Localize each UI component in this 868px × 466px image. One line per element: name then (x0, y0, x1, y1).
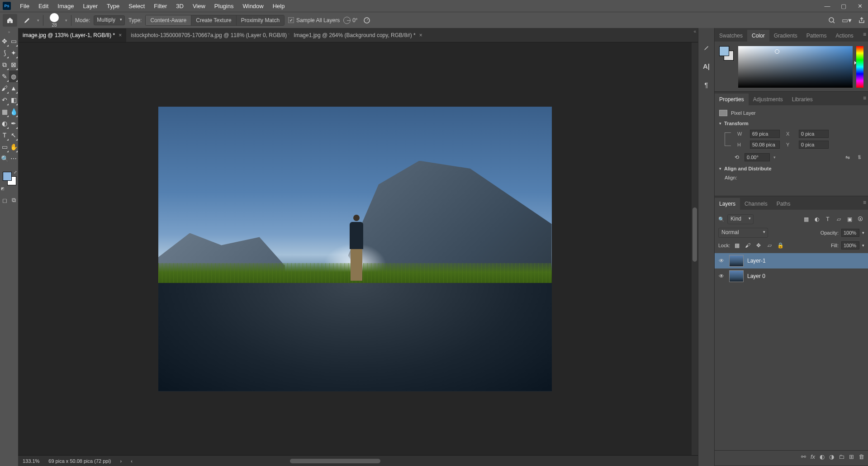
menu-3d[interactable]: 3D (171, 1, 188, 11)
filter-smart-icon[interactable]: ▣ (845, 215, 854, 223)
share-button[interactable] (858, 17, 865, 24)
toolbar-collapse[interactable]: » (0, 30, 18, 35)
menu-layer[interactable]: Layer (79, 1, 103, 11)
link-layers-icon[interactable]: ⚯ (801, 453, 806, 460)
quick-mask-button[interactable]: ◻ (0, 194, 9, 206)
close-button[interactable]: ✕ (852, 0, 868, 12)
flip-vertical-icon[interactable]: ⥮ (855, 154, 863, 161)
fill-input[interactable] (841, 241, 859, 249)
frame-tool[interactable]: ⊠ (9, 59, 18, 71)
height-input[interactable] (750, 141, 780, 149)
props-tab-libraries[interactable]: Libraries (787, 94, 817, 105)
align-section-toggle[interactable]: ▾ Align and Distribute (719, 166, 863, 171)
workspace-button[interactable]: ▭▾ (842, 16, 852, 24)
status-arrow-right[interactable]: › (120, 458, 122, 464)
menu-view[interactable]: View (188, 1, 210, 11)
document-tab-1[interactable]: istockphoto-1350008705-170667a.jpg @ 118… (126, 28, 289, 42)
lock-artboard-icon[interactable]: ▱ (765, 241, 773, 249)
props-tab-adjustments[interactable]: Adjustments (749, 94, 787, 105)
menu-plugins[interactable]: Plugins (210, 1, 238, 11)
edit-toolbar[interactable]: ⋯ (9, 153, 18, 165)
close-tab-icon[interactable]: × (119, 32, 122, 38)
color-picker[interactable] (738, 46, 853, 88)
scrollbar-thumb[interactable] (693, 207, 697, 262)
filter-type-icon[interactable]: T (824, 215, 832, 223)
pressure-button[interactable] (361, 15, 372, 26)
filter-shape-icon[interactable]: ▱ (835, 215, 843, 223)
layers-tab-layers[interactable]: Layers (715, 198, 740, 210)
home-button[interactable] (3, 14, 17, 27)
maximize-button[interactable]: ▢ (835, 0, 852, 12)
x-input[interactable] (799, 130, 829, 138)
lock-position-icon[interactable]: ✥ (754, 241, 763, 249)
menu-edit[interactable]: Edit (34, 1, 53, 11)
menu-help[interactable]: Help (268, 1, 289, 11)
flip-horizontal-icon[interactable]: ⇋ (844, 154, 852, 161)
zoom-level[interactable]: 133.1% (23, 458, 39, 464)
artboard-tool[interactable]: ▭ (9, 35, 18, 47)
fill-dropdown[interactable]: ▾ (862, 243, 864, 248)
menu-select[interactable]: Select (124, 1, 149, 11)
minimize-button[interactable]: — (819, 0, 835, 12)
layer-thumbnail[interactable] (729, 255, 744, 267)
healing-brush-tool[interactable]: ◍ (9, 71, 18, 82)
path-select-tool[interactable]: ↖ (9, 129, 18, 141)
panel-menu-icon[interactable]: ≡ (863, 95, 866, 101)
paragraph-panel-icon[interactable]: ¶ (704, 81, 708, 89)
delete-layer-icon[interactable]: 🗑 (859, 453, 864, 460)
document-tab-2[interactable]: image.jpg @ 133% (Layer-1, RGB/8) *× (18, 28, 126, 42)
lock-all-icon[interactable]: 🔒 (776, 241, 784, 249)
panel-collapse-toggle[interactable]: « (693, 29, 696, 34)
opacity-input[interactable] (841, 229, 859, 237)
menu-filter[interactable]: Filter (149, 1, 171, 11)
opacity-dropdown[interactable]: ▾ (862, 231, 864, 235)
layers-tab-channels[interactable]: Channels (740, 198, 772, 210)
status-arrow-left[interactable]: ‹ (131, 458, 133, 464)
blend-mode-select[interactable]: Normal (718, 228, 768, 238)
filter-adjustment-icon[interactable]: ◐ (813, 215, 821, 223)
panel-menu-icon[interactable]: ≡ (863, 31, 866, 38)
color-tab-swatches[interactable]: Swatches (715, 30, 747, 42)
panel-fg-swatch[interactable] (719, 46, 729, 56)
type-content-aware[interactable]: Content-Aware (146, 15, 191, 25)
menu-window[interactable]: Window (238, 1, 268, 11)
type-tool[interactable]: T (0, 129, 9, 141)
layer-name[interactable]: Layer 0 (747, 273, 765, 279)
menu-file[interactable]: File (15, 1, 34, 11)
brush-preview[interactable]: 28 (50, 13, 59, 28)
layers-tab-paths[interactable]: Paths (772, 198, 795, 210)
visibility-toggle-icon[interactable]: 👁 (717, 258, 726, 264)
panel-menu-icon[interactable]: ≡ (863, 199, 866, 206)
type-create-texture[interactable]: Create Texture (191, 15, 237, 25)
angle-input[interactable] (745, 153, 770, 161)
quick-select-tool[interactable]: ✦ (9, 47, 18, 59)
search-icon[interactable]: 🔍 (718, 217, 725, 222)
swap-colors-icon[interactable]: ⤢ (14, 170, 17, 174)
new-adjustment-icon[interactable]: ◑ (829, 453, 834, 460)
menu-type[interactable]: Type (102, 1, 124, 11)
brushes-panel-icon[interactable] (703, 44, 710, 52)
clone-stamp-tool[interactable]: ▲ (9, 82, 18, 94)
hand-tool[interactable]: ✋ (9, 141, 18, 153)
color-tab-patterns[interactable]: Patterns (802, 30, 831, 42)
foreground-swatch[interactable] (3, 172, 12, 181)
eyedropper-tool[interactable]: ✎ (0, 71, 9, 82)
move-tool[interactable]: ✥ (0, 35, 9, 47)
vertical-scrollbar[interactable] (692, 42, 698, 455)
visibility-toggle-icon[interactable]: 👁 (717, 273, 726, 279)
layer-filter-select[interactable]: Kind (727, 214, 754, 224)
y-input[interactable] (799, 141, 829, 149)
layer-fx-icon[interactable]: fx (811, 453, 815, 460)
pen-tool[interactable]: ✒ (9, 118, 18, 129)
sample-all-layers-checkbox[interactable]: ✓ Sample All Layers (288, 17, 340, 24)
eraser-tool[interactable]: ◧ (9, 94, 18, 106)
panel-color-swatches[interactable] (719, 46, 735, 61)
brush-tool[interactable]: 🖌 (0, 82, 9, 94)
hue-slider[interactable] (856, 46, 863, 88)
horizontal-scrollbar[interactable] (290, 459, 380, 463)
mode-select[interactable]: Multiply (94, 15, 125, 25)
blur-tool[interactable]: 💧 (9, 106, 18, 118)
angle-dropdown[interactable]: ▾ (773, 155, 776, 160)
menu-image[interactable]: Image (53, 1, 78, 11)
color-tab-actions[interactable]: Actions (831, 30, 858, 42)
